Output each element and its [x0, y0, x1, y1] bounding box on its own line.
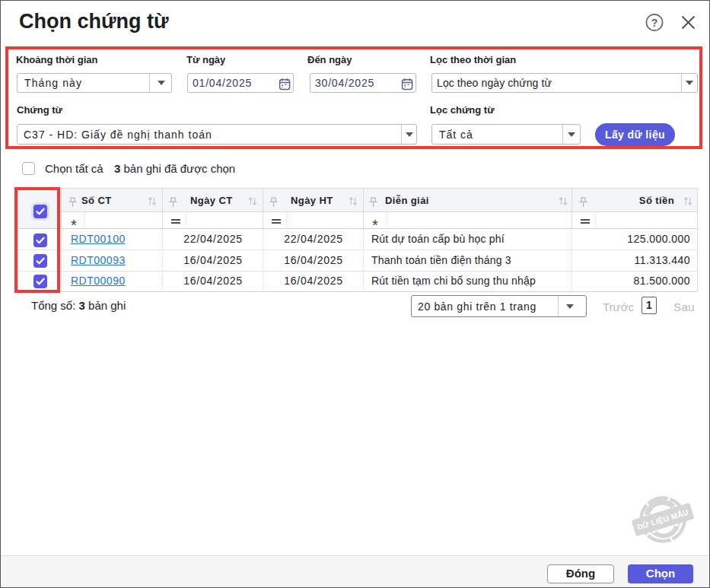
svg-text:?: ? [651, 17, 658, 29]
